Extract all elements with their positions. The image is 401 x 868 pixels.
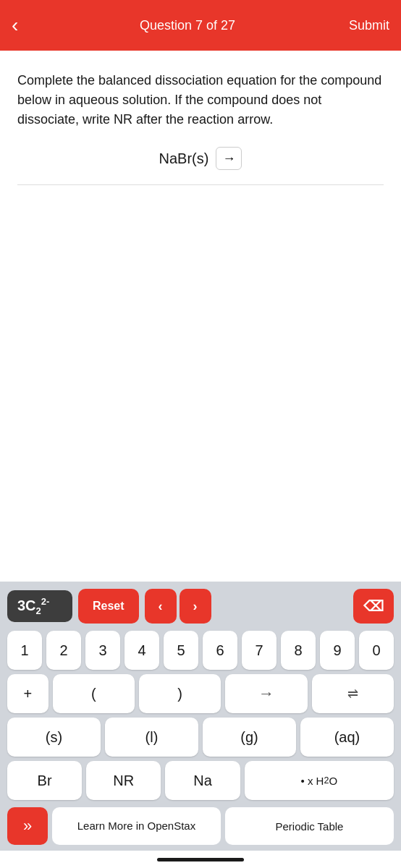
- question-text: Complete the balanced dissociation equat…: [17, 71, 384, 129]
- key-9[interactable]: 9: [320, 631, 355, 670]
- key-br[interactable]: Br: [7, 761, 82, 800]
- key-2[interactable]: 2: [46, 631, 81, 670]
- key-3[interactable]: 3: [85, 631, 120, 670]
- nav-left-button[interactable]: ‹: [145, 589, 177, 624]
- key-7[interactable]: 7: [242, 631, 277, 670]
- states-row: (s) (l) (g) (aq): [4, 718, 397, 757]
- question-progress: Question 7 of 27: [43, 18, 332, 33]
- key-liquid[interactable]: (l): [105, 718, 198, 757]
- submit-button[interactable]: Submit: [332, 18, 389, 33]
- key-arrow[interactable]: →: [225, 674, 307, 713]
- home-indicator: [0, 851, 401, 868]
- key-4[interactable]: 4: [124, 631, 159, 670]
- elements-row: Br NR Na • x H2O: [4, 761, 397, 800]
- periodic-table-button[interactable]: Periodic Table: [225, 807, 394, 845]
- equation-area: NaBr(s) →: [17, 147, 384, 185]
- key-5[interactable]: 5: [164, 631, 198, 670]
- reset-button[interactable]: Reset: [78, 589, 139, 624]
- nav-buttons: ‹ ›: [145, 589, 211, 624]
- header: ‹ Question 7 of 27 Submit: [0, 0, 401, 51]
- key-8[interactable]: 8: [281, 631, 316, 670]
- nav-right-button[interactable]: ›: [180, 589, 211, 624]
- learn-more-button[interactable]: Learn More in OpenStax: [52, 807, 221, 845]
- key-aqueous[interactable]: (aq): [300, 718, 394, 757]
- compound-label: NaBr(s): [159, 150, 209, 167]
- key-6[interactable]: 6: [203, 631, 237, 670]
- skip-icon: »: [23, 817, 32, 835]
- key-equilibrium[interactable]: ⇌: [312, 674, 394, 713]
- question-area: Complete the balanced dissociation equat…: [0, 51, 401, 582]
- skip-button[interactable]: »: [7, 807, 48, 845]
- key-0[interactable]: 0: [359, 631, 394, 670]
- numbers-row: 1 2 3 4 5 6 7 8 9 0: [4, 631, 397, 670]
- back-button[interactable]: ‹: [12, 14, 43, 37]
- key-gas[interactable]: (g): [203, 718, 296, 757]
- keyboard-area: 3C22- Reset ‹ › ⌫ 1 2 3 4 5 6 7 8 9 0 + …: [0, 582, 401, 851]
- key-na[interactable]: Na: [165, 761, 240, 800]
- keyboard-top-row: 3C22- Reset ‹ › ⌫: [4, 589, 397, 624]
- key-solid[interactable]: (s): [7, 718, 101, 757]
- key-close-paren[interactable]: ): [139, 674, 221, 713]
- display-content: 3C22-: [17, 596, 49, 616]
- back-icon: ‹: [12, 14, 18, 37]
- display-box: 3C22-: [7, 590, 72, 622]
- keyboard-bottom-row: » Learn More in OpenStax Periodic Table: [4, 804, 397, 846]
- key-1[interactable]: 1: [7, 631, 42, 670]
- symbols-row: + ( ) → ⇌: [4, 674, 397, 713]
- key-water[interactable]: • x H2O: [245, 761, 394, 800]
- key-open-paren[interactable]: (: [53, 674, 135, 713]
- home-bar: [157, 858, 244, 861]
- equation-arrow-button[interactable]: →: [216, 147, 242, 170]
- key-nr[interactable]: NR: [86, 761, 161, 800]
- key-plus[interactable]: +: [7, 674, 48, 713]
- delete-button[interactable]: ⌫: [353, 589, 394, 624]
